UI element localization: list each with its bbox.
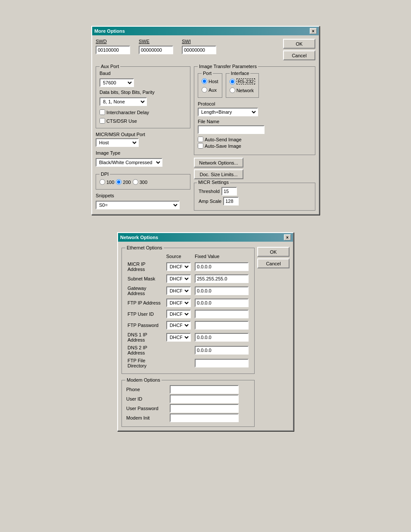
iface-rs232-label: RS-232: [237, 78, 255, 84]
eth-source-select-5[interactable]: DHCPFixed: [166, 321, 191, 330]
eth-source-select-2[interactable]: DHCPFixed: [166, 286, 191, 295]
network-ok-btn[interactable]: OK: [257, 247, 290, 257]
eth-fixed-input-8[interactable]: [195, 359, 249, 367]
network-cancel-btn[interactable]: Cancel: [257, 258, 290, 268]
modem-init-row: Modem Init: [126, 414, 250, 422]
filename-group: File Name: [198, 119, 311, 134]
no-main: Ethernet Options Source Fixed Value: [121, 245, 255, 427]
network-options-close-btn[interactable]: ×: [284, 234, 291, 240]
cts-group: CTS/DSR Use: [100, 118, 187, 124]
ethernet-row-4: FTP User IDDHCPFixed: [126, 309, 250, 319]
eth-fixed-input-3[interactable]: [195, 299, 249, 307]
more-options-window: More Options × SWD SWE SWI: [91, 26, 320, 215]
eth-source-select-6[interactable]: DHCPFixed: [166, 333, 191, 342]
iface-rs232-radio[interactable]: [230, 79, 235, 84]
modem-init-input[interactable]: [170, 414, 239, 422]
snippets-row: S0=: [96, 201, 190, 209]
amp-scale-input[interactable]: [223, 197, 239, 205]
dpi-100-radio[interactable]: [100, 179, 105, 185]
iface-network-radio[interactable]: [230, 87, 235, 93]
eth-source-select-4[interactable]: DHCPFixed: [166, 310, 191, 318]
ethernet-row-3: FTP IP AddressDHCPFixed: [126, 298, 250, 308]
eth-source-select-0[interactable]: DHCPFixed: [166, 262, 191, 271]
modem-legend: Modem Options: [125, 377, 162, 383]
ethernet-table: Source Fixed Value MICR IP AddressDHCPFi…: [125, 252, 251, 370]
swe-label: SWE: [139, 39, 173, 44]
ethernet-row-0: MICR IP AddressDHCPFixed: [126, 261, 250, 273]
baud-select[interactable]: 57600 9600 19200 38400 115200: [100, 78, 134, 87]
swd-input[interactable]: [96, 46, 130, 54]
eth-fixed-input-7[interactable]: [195, 346, 249, 355]
eth-source-select-1[interactable]: DHCPFixed: [166, 274, 191, 283]
more-options-cancel-btn[interactable]: Cancel: [283, 50, 315, 60]
userid-label-cell: User ID: [126, 395, 169, 403]
password-input[interactable]: [170, 404, 239, 413]
userid-input[interactable]: [170, 395, 239, 403]
filename-input[interactable]: [198, 125, 265, 134]
eth-fixed-input-4[interactable]: [195, 310, 249, 318]
eth-fixed-input-5[interactable]: [195, 321, 249, 330]
cts-checkbox[interactable]: [100, 118, 105, 124]
page-container: More Options × SWD SWE SWI: [0, 0, 411, 532]
swd-group: SWD: [96, 39, 130, 54]
image-type-label: Image Type: [96, 150, 190, 156]
eth-source-2: DHCPFixed: [165, 285, 193, 297]
snippets-group: Snippets S0=: [96, 193, 190, 211]
eth-fixed-input-2[interactable]: [195, 286, 249, 295]
swd-label: SWD: [96, 39, 130, 44]
auto-save-group: Auto-Save Image: [198, 143, 311, 149]
eth-fixed-input-6[interactable]: [195, 333, 249, 342]
image-type-select[interactable]: Black/White Compressed Grayscale Color: [96, 158, 162, 167]
dpi-100-label: 100: [106, 180, 114, 185]
doc-size-btn[interactable]: Doc. Size Limits...: [194, 169, 243, 179]
dpi-300-radio[interactable]: [133, 179, 138, 185]
eth-label-2: Gateway Address: [126, 285, 164, 297]
eth-fixed-input-1[interactable]: [195, 274, 249, 283]
modem-init-input-cell: [170, 414, 250, 422]
more-options-ok-btn[interactable]: OK: [283, 39, 315, 49]
auto-send-checkbox[interactable]: [198, 137, 203, 142]
swe-input[interactable]: [139, 46, 173, 54]
ethernet-row-5: FTP PasswordDHCPFixed: [126, 320, 250, 330]
ethernet-options-group: Ethernet Options Source Fixed Value: [121, 245, 255, 374]
eth-source-select-3[interactable]: DHCPFixed: [166, 299, 191, 307]
phone-input[interactable]: [170, 385, 239, 394]
port-options: Host Aux: [202, 78, 218, 93]
snippets-select[interactable]: S0=: [96, 201, 180, 209]
mo-right-buttons: Network Options... Doc. Size Limits...: [194, 158, 315, 179]
eth-source-5: DHCPFixed: [165, 320, 193, 330]
protocol-label: Protocol: [198, 101, 311, 106]
dpi-200-label: 200: [123, 180, 131, 185]
network-options-btn[interactable]: Network Options...: [194, 158, 243, 168]
image-transfer-group: Image Transfer Parameters Port Host: [194, 64, 315, 155]
eth-fixed-5: [193, 320, 250, 330]
ethernet-row-2: Gateway AddressDHCPFixed: [126, 285, 250, 297]
port-aux-group: Aux: [202, 87, 218, 93]
mo-left-col: Aux Port Baud 57600 9600 19200 38400 115…: [96, 60, 190, 211]
ethernet-tbody: MICR IP AddressDHCPFixedSubnet MaskDHCPF…: [126, 261, 250, 369]
eth-fixed-3: [193, 298, 250, 308]
aux-port-group: Aux Port Baud 57600 9600 19200 38400 115…: [96, 64, 190, 128]
eth-source-3: DHCPFixed: [165, 298, 193, 308]
micr-settings-group: MICR Settings Threshold Amp Scale: [194, 183, 315, 211]
dpi-200-radio[interactable]: [116, 179, 121, 185]
port-aux-radio[interactable]: [202, 87, 207, 93]
interface-group: Interface RS-232 Network: [226, 71, 259, 98]
auto-save-checkbox[interactable]: [198, 143, 203, 149]
eth-label-1: Subnet Mask: [126, 274, 164, 284]
micr-msr-select[interactable]: Host Aux: [96, 138, 139, 147]
swi-input[interactable]: [182, 46, 216, 54]
eth-fixed-input-0[interactable]: [195, 262, 249, 271]
threshold-input[interactable]: [221, 187, 237, 196]
protocol-select[interactable]: Length+Binary Binary ASCII: [198, 108, 258, 116]
password-input-cell: [170, 404, 250, 413]
port-host-radio[interactable]: [202, 78, 207, 84]
port-group: Port Host Aux: [198, 71, 222, 98]
data-bits-select[interactable]: 8, 1, None 7, 1, None 8, 2, None: [100, 97, 147, 106]
micr-msr-label: MICR/MSR Output Port: [96, 132, 190, 137]
ethernet-legend: Ethernet Options: [125, 245, 164, 250]
empty-header: [126, 253, 164, 260]
interchar-checkbox[interactable]: [100, 109, 105, 115]
more-options-close-btn[interactable]: ×: [310, 28, 317, 34]
modem-init-label-cell: Modem Init: [126, 414, 169, 422]
